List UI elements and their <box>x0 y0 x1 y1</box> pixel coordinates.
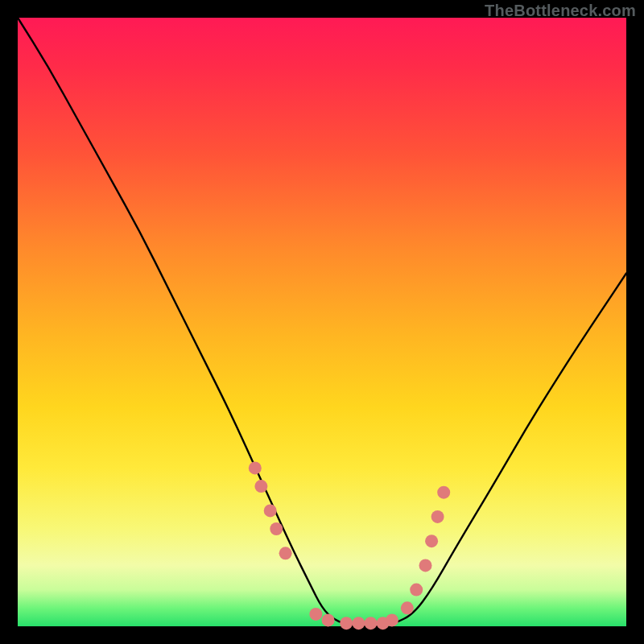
highlight-dot <box>264 504 277 517</box>
highlight-dot <box>254 480 267 493</box>
highlight-dot <box>309 608 322 621</box>
highlight-dot <box>401 601 414 614</box>
watermark-text: TheBottleneck.com <box>485 2 636 20</box>
highlight-dot <box>340 617 353 630</box>
bottleneck-curve <box>18 18 626 626</box>
highlight-dot <box>419 559 432 572</box>
highlight-dot <box>431 510 444 523</box>
highlight-dot <box>425 535 438 547</box>
highlight-dot <box>437 486 450 499</box>
chart-frame <box>18 18 626 626</box>
highlight-dot <box>410 584 423 597</box>
highlight-dot <box>365 617 378 630</box>
highlight-dot <box>270 522 283 535</box>
chart-svg <box>18 18 626 626</box>
highlight-dot <box>249 461 262 474</box>
highlight-dot <box>322 613 335 626</box>
highlight-dot <box>352 617 365 630</box>
highlight-dot <box>279 547 292 559</box>
highlight-dot <box>386 613 398 626</box>
